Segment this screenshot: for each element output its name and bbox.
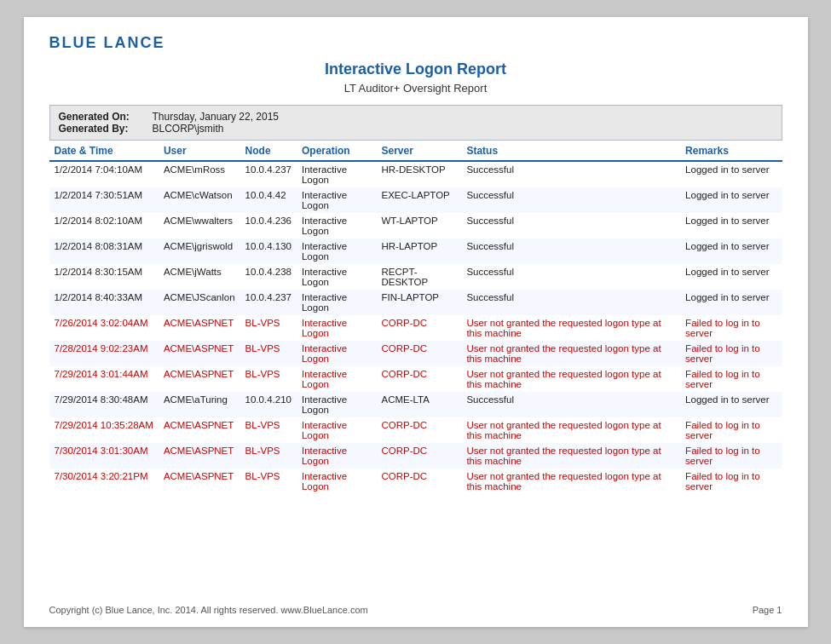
table-row: 7/29/2014 8:30:48AMACME\aTuring10.0.4.21… — [49, 392, 782, 417]
cell-6: Failed to log in to server — [680, 417, 782, 443]
cell-2: 10.0.4.237 — [240, 290, 297, 315]
cell-3: Interactive Logon — [297, 443, 377, 469]
cell-5: Successful — [461, 290, 680, 315]
col-user: User — [159, 141, 240, 161]
cell-2: BL-VPS — [240, 469, 297, 494]
cell-6: Failed to log in to server — [680, 341, 782, 366]
cell-3: Interactive Logon — [297, 392, 377, 417]
cell-4: WT-LAPTOP — [376, 213, 461, 239]
cell-5: User not granted the requested logon typ… — [461, 417, 680, 443]
generated-by-value: BLCORP\jsmith — [153, 123, 224, 135]
cell-0: 1/2/2014 8:40:33AM — [49, 290, 159, 315]
generated-on-label: Generated On: — [59, 111, 144, 123]
cell-4: HR-LAPTOP — [376, 239, 461, 264]
cell-5: Successful — [461, 264, 680, 290]
cell-1: ACME\cWatson — [159, 187, 240, 213]
cell-3: Interactive Logon — [297, 213, 377, 239]
generated-by-label: Generated By: — [59, 123, 144, 135]
table-row: 1/2/2014 7:30:51AMACME\cWatson10.0.4.42I… — [49, 187, 782, 213]
logo: BLUE LANCE — [49, 34, 782, 52]
cell-5: Successful — [461, 161, 680, 187]
cell-5: Successful — [461, 239, 680, 264]
report-footer: Copyright (c) Blue Lance, Inc. 2014. All… — [49, 605, 782, 615]
cell-0: 7/28/2014 9:02:23AM — [49, 341, 159, 366]
cell-0: 7/29/2014 3:01:44AM — [49, 366, 159, 392]
cell-5: User not granted the requested logon typ… — [461, 341, 680, 366]
report-subtitle: LT Auditor+ Oversight Report — [49, 82, 782, 95]
cell-2: BL-VPS — [240, 366, 297, 392]
cell-4: CORP-DC — [376, 443, 461, 469]
cell-6: Logged in to server — [680, 290, 782, 315]
cell-3: Interactive Logon — [297, 187, 377, 213]
cell-2: 10.0.4.130 — [240, 239, 297, 264]
cell-0: 1/2/2014 8:02:10AM — [49, 213, 159, 239]
table-row: 7/29/2014 10:35:28AMACME\ASPNETBL-VPSInt… — [49, 417, 782, 443]
cell-3: Interactive Logon — [297, 469, 377, 494]
cell-6: Failed to log in to server — [680, 443, 782, 469]
cell-1: ACME\ASPNET — [159, 315, 240, 341]
page-number: Page 1 — [753, 605, 782, 615]
report-title: Interactive Logon Report — [49, 60, 782, 78]
cell-0: 1/2/2014 7:30:51AM — [49, 187, 159, 213]
cell-4: ACME-LTA — [376, 392, 461, 417]
logon-table: Date & Time User Node Operation Server S… — [49, 141, 782, 494]
col-node: Node — [240, 141, 297, 161]
cell-0: 7/29/2014 10:35:28AM — [49, 417, 159, 443]
cell-5: User not granted the requested logon typ… — [461, 469, 680, 494]
cell-1: ACME\wwalters — [159, 213, 240, 239]
cell-4: CORP-DC — [376, 315, 461, 341]
cell-3: Interactive Logon — [297, 290, 377, 315]
cell-0: 1/2/2014 7:04:10AM — [49, 161, 159, 187]
table-row: 1/2/2014 7:04:10AMACME\mRoss10.0.4.237In… — [49, 161, 782, 187]
cell-4: EXEC-LAPTOP — [376, 187, 461, 213]
col-operation: Operation — [297, 141, 377, 161]
cell-5: User not granted the requested logon typ… — [461, 315, 680, 341]
cell-6: Logged in to server — [680, 213, 782, 239]
cell-6: Failed to log in to server — [680, 315, 782, 341]
cell-5: User not granted the requested logon typ… — [461, 366, 680, 392]
table-row: 7/29/2014 3:01:44AMACME\ASPNETBL-VPSInte… — [49, 366, 782, 392]
cell-3: Interactive Logon — [297, 264, 377, 290]
cell-3: Interactive Logon — [297, 161, 377, 187]
cell-2: 10.0.4.238 — [240, 264, 297, 290]
cell-4: CORP-DC — [376, 366, 461, 392]
report-page: BLUE LANCE Interactive Logon Report LT A… — [24, 17, 808, 627]
table-row: 1/2/2014 8:02:10AMACME\wwalters10.0.4.23… — [49, 213, 782, 239]
table-header-row: Date & Time User Node Operation Server S… — [49, 141, 782, 161]
cell-5: Successful — [461, 213, 680, 239]
cell-0: 7/30/2014 3:20:21PM — [49, 469, 159, 494]
col-datetime: Date & Time — [49, 141, 159, 161]
cell-1: ACME\ASPNET — [159, 341, 240, 366]
table-row: 1/2/2014 8:08:31AMACME\jgriswold10.0.4.1… — [49, 239, 782, 264]
cell-5: Successful — [461, 392, 680, 417]
cell-4: HR-DESKTOP — [376, 161, 461, 187]
cell-2: BL-VPS — [240, 315, 297, 341]
cell-1: ACME\mRoss — [159, 161, 240, 187]
table-row: 1/2/2014 8:40:33AMACME\JScanlon10.0.4.23… — [49, 290, 782, 315]
cell-2: BL-VPS — [240, 341, 297, 366]
cell-4: CORP-DC — [376, 469, 461, 494]
cell-2: 10.0.4.237 — [240, 161, 297, 187]
cell-2: 10.0.4.42 — [240, 187, 297, 213]
cell-3: Interactive Logon — [297, 315, 377, 341]
cell-6: Logged in to server — [680, 239, 782, 264]
table-row: 7/30/2014 3:01:30AMACME\ASPNETBL-VPSInte… — [49, 443, 782, 469]
table-row: 1/2/2014 8:30:15AMACME\jWatts10.0.4.238I… — [49, 264, 782, 290]
cell-6: Logged in to server — [680, 161, 782, 187]
cell-4: RECPT-DESKTOP — [376, 264, 461, 290]
meta-box: Generated On: Thursday, January 22, 2015… — [49, 105, 782, 141]
cell-3: Interactive Logon — [297, 341, 377, 366]
cell-2: BL-VPS — [240, 417, 297, 443]
cell-0: 7/29/2014 8:30:48AM — [49, 392, 159, 417]
cell-0: 1/2/2014 8:30:15AM — [49, 264, 159, 290]
col-status: Status — [461, 141, 680, 161]
cell-4: FIN-LAPTOP — [376, 290, 461, 315]
cell-1: ACME\ASPNET — [159, 366, 240, 392]
cell-6: Logged in to server — [680, 392, 782, 417]
table-row: 7/26/2014 3:02:04AMACME\ASPNETBL-VPSInte… — [49, 315, 782, 341]
generated-on-value: Thursday, January 22, 2015 — [153, 111, 280, 123]
cell-3: Interactive Logon — [297, 417, 377, 443]
copyright-text: Copyright (c) Blue Lance, Inc. 2014. All… — [49, 605, 368, 615]
cell-4: CORP-DC — [376, 341, 461, 366]
cell-6: Failed to log in to server — [680, 366, 782, 392]
